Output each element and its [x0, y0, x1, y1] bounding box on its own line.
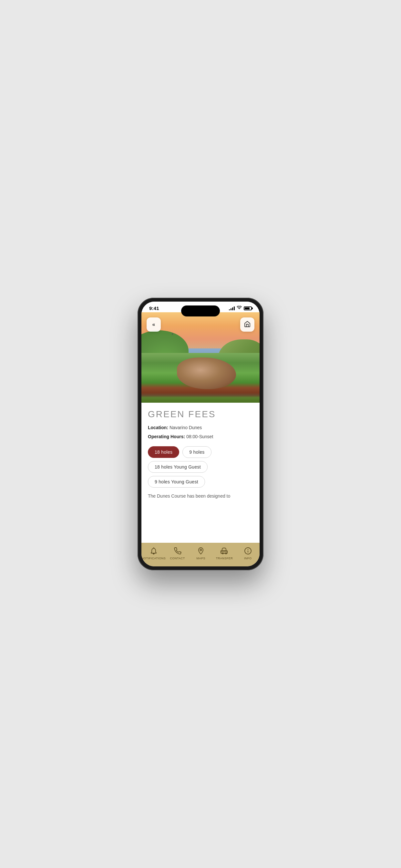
signal-bar-3	[232, 307, 233, 310]
filter-9holes[interactable]: 9 holes	[182, 446, 211, 458]
nav-item-transfer[interactable]: TRANSFER	[213, 547, 236, 560]
battery-icon	[244, 306, 252, 310]
wifi-icon	[237, 306, 242, 311]
nav-item-notifications[interactable]: NOTIFICATIONS	[142, 547, 166, 560]
signal-bar-2	[230, 308, 232, 310]
filter-9holes-young[interactable]: 9 holes Young Guest	[148, 476, 205, 488]
transfer-label: TRANSFER	[216, 557, 233, 560]
main-content: GREEN FEES Location: Navarino Dunes Oper…	[142, 403, 259, 503]
back-chevron-icon: «	[152, 321, 155, 328]
dynamic-island	[181, 306, 220, 316]
svg-point-2	[222, 553, 223, 554]
filter-row-2: 18 holes Young Guest	[148, 461, 253, 473]
status-icons	[229, 306, 252, 311]
nav-item-info[interactable]: INFO	[236, 547, 259, 560]
battery-fill	[245, 307, 250, 309]
contact-label: CONTACT	[170, 557, 185, 560]
page-title: GREEN FEES	[148, 409, 253, 420]
back-button[interactable]: «	[147, 317, 161, 332]
status-time: 9:41	[149, 306, 159, 311]
signal-bar-1	[229, 309, 230, 310]
nav-item-maps[interactable]: MAPS	[189, 547, 213, 560]
filter-row-1: 18 holes 9 holes	[148, 446, 253, 458]
hours-label: Operating Hours:	[148, 434, 185, 439]
home-icon	[244, 320, 251, 329]
info-icon	[243, 547, 252, 555]
hours-row: Operating Hours: 08:00-Sunset	[148, 434, 253, 440]
signal-bars-icon	[229, 306, 235, 310]
maps-label: MAPS	[197, 557, 206, 560]
hero-image: ✦ «	[142, 312, 259, 403]
description-preview: The Dunes Course has been designed to	[148, 493, 253, 503]
scroll-content[interactable]: ✦ « GREEN FEES	[142, 312, 259, 543]
location-row: Location: Navarino Dunes	[148, 425, 253, 431]
home-button[interactable]	[240, 317, 254, 332]
nav-item-contact[interactable]: CONTACT	[166, 547, 189, 560]
signal-bar-4	[234, 306, 235, 310]
svg-point-0	[200, 549, 202, 551]
hours-value: 08:00-Sunset	[186, 434, 213, 439]
bird-icon: ✦	[171, 332, 174, 336]
location-label: Location:	[148, 425, 168, 430]
filter-row-3: 9 holes Young Guest	[148, 476, 253, 488]
phone-frame: 9:41	[137, 298, 264, 570]
bottom-nav: NOTIFICATIONS CONTACT	[142, 543, 259, 566]
contact-icon	[173, 547, 182, 555]
filter-section: 18 holes 9 holes 18 holes Young Guest 9 …	[148, 446, 253, 488]
notifications-label: NOTIFICATIONS	[142, 557, 166, 560]
transfer-icon	[220, 547, 229, 555]
filter-18holes-young[interactable]: 18 holes Young Guest	[148, 461, 208, 473]
maps-icon	[196, 547, 205, 555]
notifications-icon	[149, 547, 158, 555]
info-label: INFO	[244, 557, 252, 560]
phone-screen: 9:41	[142, 302, 259, 566]
svg-point-3	[226, 553, 227, 554]
filter-18holes[interactable]: 18 holes	[148, 446, 179, 458]
location-value: Navarino Dunes	[169, 425, 202, 430]
